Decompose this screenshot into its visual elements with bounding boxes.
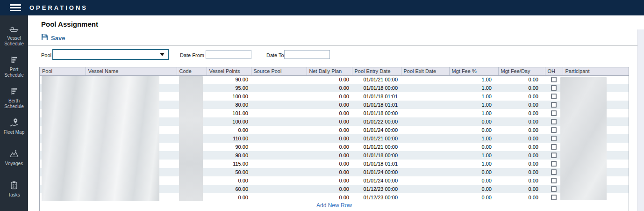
- cell-source_pool[interactable]: [251, 92, 307, 101]
- cell-mgt_fee_day[interactable]: 0.00: [498, 126, 545, 134]
- cell-mgt_fee_day[interactable]: 0.00: [498, 109, 545, 117]
- cell-pool_exit_date[interactable]: [401, 185, 449, 193]
- cell-vessel_points[interactable]: 90.00: [207, 75, 251, 84]
- cell-mgt_fee_pct[interactable]: 1.00: [449, 92, 498, 101]
- pool-select[interactable]: [52, 49, 169, 60]
- cell-source_pool[interactable]: [251, 143, 307, 151]
- cell-mgt_fee_pct[interactable]: 0.00: [449, 185, 498, 193]
- cell-pool_entry_date[interactable]: 01/12/23 00:00: [352, 193, 401, 202]
- sidebar-item-vessel-schedule[interactable]: Vessel Schedule: [0, 23, 28, 54]
- cell-pool_exit_date[interactable]: [401, 117, 449, 126]
- sidebar-item-fleet-map[interactable]: Fleet Map: [0, 117, 28, 148]
- date-to-input[interactable]: [284, 50, 330, 59]
- cell-vessel_points[interactable]: 60.00: [207, 185, 251, 193]
- cell-source_pool[interactable]: [251, 134, 307, 143]
- cell-net_daily_plan[interactable]: 0.00: [307, 160, 352, 168]
- cell-pool_entry_date[interactable]: 01/01/22 00:00: [352, 117, 401, 126]
- cell-mgt_fee_pct[interactable]: 1.00: [449, 134, 498, 143]
- vertical-scrollbar[interactable]: [637, 29, 644, 211]
- oh-checkbox[interactable]: [551, 119, 557, 124]
- cell-mgt_fee_pct[interactable]: 0.00: [449, 168, 498, 176]
- cell-pool_entry_date[interactable]: 01/01/21 00:00: [352, 134, 401, 143]
- cell-mgt_fee_pct[interactable]: 0.00: [449, 176, 498, 185]
- column-header-participant[interactable]: Participant: [563, 67, 629, 75]
- cell-vessel_points[interactable]: 90.00: [207, 143, 251, 151]
- cell-pool_exit_date[interactable]: [401, 143, 449, 151]
- cell-pool_exit_date[interactable]: [401, 84, 449, 92]
- cell-pool_exit_date[interactable]: [401, 193, 449, 202]
- cell-vessel_points[interactable]: 98.00: [207, 151, 251, 160]
- cell-pool_entry_date[interactable]: 01/01/18 00:00: [352, 151, 401, 160]
- column-header-vessel_name[interactable]: Vessel Name: [86, 67, 177, 75]
- cell-net_daily_plan[interactable]: 0.00: [307, 176, 352, 185]
- cell-source_pool[interactable]: [251, 193, 307, 202]
- cell-mgt_fee_day[interactable]: 0.00: [498, 168, 545, 176]
- sidebar-item-berth-schedule[interactable]: Berth Schedule: [0, 86, 28, 117]
- cell-pool_entry_date[interactable]: 01/01/24 00:00: [352, 176, 401, 185]
- cell-source_pool[interactable]: [251, 160, 307, 168]
- cell-mgt_fee_day[interactable]: 0.00: [498, 176, 545, 185]
- cell-pool_exit_date[interactable]: [401, 109, 449, 117]
- cell-net_daily_plan[interactable]: 0.00: [307, 143, 352, 151]
- cell-vessel_points[interactable]: 100.00: [207, 92, 251, 101]
- oh-checkbox[interactable]: [551, 85, 557, 91]
- cell-source_pool[interactable]: [251, 176, 307, 185]
- cell-pool_exit_date[interactable]: [401, 126, 449, 134]
- cell-mgt_fee_pct[interactable]: 1.00: [449, 151, 498, 160]
- cell-net_daily_plan[interactable]: 0.00: [307, 75, 352, 84]
- cell-source_pool[interactable]: [251, 75, 307, 84]
- cell-source_pool[interactable]: [251, 109, 307, 117]
- cell-mgt_fee_pct[interactable]: 0.00: [449, 193, 498, 202]
- cell-mgt_fee_pct[interactable]: 1.00: [449, 75, 498, 84]
- cell-pool_entry_date[interactable]: 01/01/18 00:00: [352, 84, 401, 92]
- cell-mgt_fee_pct[interactable]: 1.00: [449, 160, 498, 168]
- column-header-oh[interactable]: OH: [545, 67, 563, 75]
- cell-source_pool[interactable]: [251, 101, 307, 109]
- oh-checkbox[interactable]: [551, 136, 557, 141]
- cell-pool_entry_date[interactable]: 01/01/21 00:00: [352, 75, 401, 84]
- cell-vessel_points[interactable]: 0.00: [207, 176, 251, 185]
- cell-mgt_fee_pct[interactable]: 1.00: [449, 101, 498, 109]
- cell-pool_exit_date[interactable]: [401, 134, 449, 143]
- cell-net_daily_plan[interactable]: 0.00: [307, 168, 352, 176]
- sidebar-item-tasks[interactable]: Tasks: [0, 180, 28, 211]
- cell-source_pool[interactable]: [251, 168, 307, 176]
- cell-source_pool[interactable]: [251, 151, 307, 160]
- cell-source_pool[interactable]: [251, 117, 307, 126]
- cell-net_daily_plan[interactable]: 0.00: [307, 151, 352, 160]
- cell-source_pool[interactable]: [251, 126, 307, 134]
- cell-vessel_points[interactable]: 100.00: [207, 117, 251, 126]
- cell-pool_exit_date[interactable]: [401, 101, 449, 109]
- oh-checkbox[interactable]: [551, 110, 557, 116]
- column-header-code[interactable]: Code: [177, 67, 207, 75]
- cell-pool_exit_date[interactable]: [401, 176, 449, 185]
- column-header-source_pool[interactable]: Source Pool: [251, 67, 307, 75]
- cell-vessel_points[interactable]: 0.00: [207, 126, 251, 134]
- cell-net_daily_plan[interactable]: 0.00: [307, 193, 352, 202]
- cell-mgt_fee_pct[interactable]: 1.00: [449, 84, 498, 92]
- cell-pool_entry_date[interactable]: 01/01/24 00:00: [352, 168, 401, 176]
- oh-checkbox[interactable]: [551, 178, 557, 183]
- cell-mgt_fee_pct[interactable]: 1.00: [449, 109, 498, 117]
- cell-net_daily_plan[interactable]: 0.00: [307, 185, 352, 193]
- cell-source_pool[interactable]: [251, 185, 307, 193]
- column-header-vessel_points[interactable]: Vessel Points: [207, 67, 251, 75]
- cell-pool_entry_date[interactable]: 01/01/18 01:01: [352, 92, 401, 101]
- cell-mgt_fee_pct[interactable]: 0.00: [449, 117, 498, 126]
- cell-net_daily_plan[interactable]: 0.00: [307, 84, 352, 92]
- cell-pool_exit_date[interactable]: [401, 160, 449, 168]
- cell-pool_entry_date[interactable]: 01/01/18 01:01: [352, 101, 401, 109]
- oh-checkbox[interactable]: [551, 94, 557, 99]
- cell-source_pool[interactable]: [251, 84, 307, 92]
- cell-mgt_fee_day[interactable]: 0.00: [498, 75, 545, 84]
- oh-checkbox[interactable]: [551, 127, 557, 133]
- oh-checkbox[interactable]: [551, 195, 557, 200]
- column-header-mgt_fee_day[interactable]: Mgt Fee/Day: [498, 67, 545, 75]
- cell-mgt_fee_day[interactable]: 0.00: [498, 193, 545, 202]
- menu-icon[interactable]: [10, 4, 21, 11]
- cell-mgt_fee_day[interactable]: 0.00: [498, 134, 545, 143]
- cell-mgt_fee_day[interactable]: 0.00: [498, 92, 545, 101]
- cell-pool_exit_date[interactable]: [401, 168, 449, 176]
- cell-mgt_fee_pct[interactable]: 0.00: [449, 143, 498, 151]
- cell-net_daily_plan[interactable]: 0.00: [307, 109, 352, 117]
